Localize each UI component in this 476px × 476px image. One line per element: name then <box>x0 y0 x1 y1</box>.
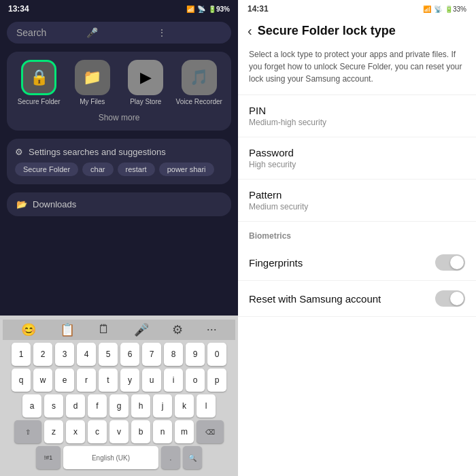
suggestions-card: ⚙ Settings searches and suggestions Secu… <box>7 139 231 184</box>
reset-samsung-label: Reset with Samsung account <box>249 293 381 305</box>
key-u[interactable]: u <box>142 369 161 392</box>
secure-folder-label: Secure Folder <box>18 98 61 106</box>
secure-folder-icon: 🔒 <box>21 60 56 95</box>
status-icons-left: 📶 📡 🔋93% <box>186 5 230 13</box>
pin-subtitle: Medium-high security <box>249 118 465 127</box>
key-v[interactable]: v <box>109 420 129 443</box>
emoji-icon[interactable]: 😊 <box>21 322 36 337</box>
chip-restart[interactable]: restart <box>118 163 155 176</box>
key-7[interactable]: 7 <box>142 343 161 366</box>
biometrics-header: Biometrics <box>238 222 476 245</box>
key-l[interactable]: l <box>197 394 216 418</box>
my-files-icon: 📁 <box>75 60 110 95</box>
clipboard-icon[interactable]: 📋 <box>60 322 75 337</box>
reset-samsung-row: Reset with Samsung account <box>238 281 476 317</box>
description: Select a lock type to protect your apps … <box>238 41 476 95</box>
key-t[interactable]: t <box>99 369 118 392</box>
key-8[interactable]: 8 <box>164 343 183 366</box>
lock-option-password[interactable]: Password High security <box>238 137 476 180</box>
search-placeholder: Search <box>16 27 81 38</box>
app-item-secure-folder[interactable]: 🔒 Secure Folder <box>15 60 63 106</box>
gear-icon: ⚙ <box>15 147 23 157</box>
voice-recorder-label: Voice Recorder <box>176 98 222 106</box>
key-y[interactable]: y <box>120 369 139 392</box>
my-files-label: My Files <box>80 98 105 106</box>
key-b[interactable]: b <box>131 420 150 443</box>
more-options-icon[interactable]: ⋮ <box>157 27 222 38</box>
key-w[interactable]: w <box>33 369 52 392</box>
back-button[interactable]: ‹ <box>248 23 252 39</box>
key-0[interactable]: 0 <box>207 343 226 366</box>
fingerprints-row: Fingerprints <box>238 245 476 281</box>
key-q[interactable]: q <box>12 369 31 392</box>
key-shift[interactable]: ⇧ <box>14 420 41 443</box>
key-d[interactable]: d <box>66 394 85 418</box>
key-1[interactable]: 1 <box>12 343 31 366</box>
key-k[interactable]: k <box>175 394 194 418</box>
app-item-voice-recorder[interactable]: 🎵 Voice Recorder <box>175 60 224 106</box>
pin-title: PIN <box>249 105 465 116</box>
key-r[interactable]: r <box>77 369 96 392</box>
chip-power-shari[interactable]: power shari <box>159 163 214 176</box>
signal-right-icon: 📡 <box>434 5 442 13</box>
status-bar-right: 14:31 📶 📡 🔋33% <box>238 0 476 18</box>
key-5[interactable]: 5 <box>99 343 118 366</box>
key-j[interactable]: j <box>153 394 172 418</box>
wifi-right-icon: 📶 <box>423 5 431 13</box>
key-x[interactable]: x <box>66 420 85 443</box>
key-i[interactable]: i <box>164 369 183 392</box>
pattern-subtitle: Medium security <box>249 202 465 211</box>
key-e[interactable]: e <box>55 369 74 392</box>
key-backspace[interactable]: ⌫ <box>197 420 224 443</box>
key-symbols[interactable]: !#1 <box>36 446 61 469</box>
key-o[interactable]: o <box>186 369 205 392</box>
key-a[interactable]: a <box>22 394 41 418</box>
key-f[interactable]: f <box>88 394 107 418</box>
show-more-button[interactable]: Show more <box>15 113 223 122</box>
keyboard-mic-icon[interactable]: 🎤 <box>134 322 149 337</box>
apps-card: 🔒 Secure Folder 📁 My Files ▶ Play Store … <box>7 52 231 131</box>
key-p[interactable]: p <box>207 369 226 392</box>
page-title: Secure Folder lock type <box>258 24 396 38</box>
app-item-play-store[interactable]: ▶ Play Store <box>122 60 170 106</box>
keyboard-row-numbers: 1 2 3 4 5 6 7 8 9 0 <box>3 343 235 366</box>
key-2[interactable]: 2 <box>33 343 52 366</box>
status-bar-left: 13:34 📶 📡 🔋93% <box>0 0 238 18</box>
time-left: 13:34 <box>8 4 29 14</box>
folder-icon: 📂 <box>16 199 27 209</box>
key-space[interactable]: English (UK) <box>63 446 158 469</box>
key-s[interactable]: s <box>44 394 63 418</box>
suggestions-title: ⚙ Settings searches and suggestions <box>15 147 223 157</box>
mic-icon[interactable]: 🎤 <box>86 27 151 38</box>
lock-option-pin[interactable]: PIN Medium-high security <box>238 95 476 137</box>
key-9[interactable]: 9 <box>186 343 205 366</box>
key-6[interactable]: 6 <box>120 343 139 366</box>
key-3[interactable]: 3 <box>55 343 74 366</box>
reset-samsung-toggle[interactable] <box>435 290 465 307</box>
chip-char[interactable]: char <box>82 163 113 176</box>
chip-secure-folder[interactable]: Secure Folder <box>15 163 78 176</box>
keyboard-settings-icon[interactable]: ⚙ <box>172 322 183 337</box>
fingerprints-toggle[interactable] <box>435 254 465 271</box>
key-m[interactable]: m <box>175 420 194 443</box>
pattern-title: Pattern <box>249 189 465 201</box>
search-bar[interactable]: Search 🎤 ⋮ <box>7 22 231 44</box>
keyboard-row-zxcv: ⇧ z x c v b n m ⌫ <box>3 420 235 443</box>
key-period[interactable]: . <box>161 446 180 469</box>
key-n[interactable]: n <box>153 420 172 443</box>
lock-option-pattern[interactable]: Pattern Medium security <box>238 180 476 222</box>
key-g[interactable]: g <box>109 394 129 418</box>
keyboard[interactable]: 😊 📋 🗒 🎤 ⚙ ··· 1 2 3 4 5 6 7 8 9 0 q w e … <box>0 316 238 476</box>
suggestion-chips: Secure Folder char restart power shari <box>15 163 223 176</box>
downloads-card[interactable]: 📂 Downloads <box>7 192 231 216</box>
key-4[interactable]: 4 <box>77 343 96 366</box>
password-title: Password <box>249 147 465 158</box>
keyboard-more-icon[interactable]: ··· <box>207 322 217 337</box>
key-search[interactable]: 🔍 <box>183 446 202 469</box>
fingerprints-label: Fingerprints <box>249 257 303 269</box>
key-h[interactable]: h <box>131 394 150 418</box>
key-z[interactable]: z <box>44 420 63 443</box>
app-item-my-files[interactable]: 📁 My Files <box>69 60 117 106</box>
key-c[interactable]: c <box>88 420 107 443</box>
clipboard2-icon[interactable]: 🗒 <box>98 322 110 337</box>
